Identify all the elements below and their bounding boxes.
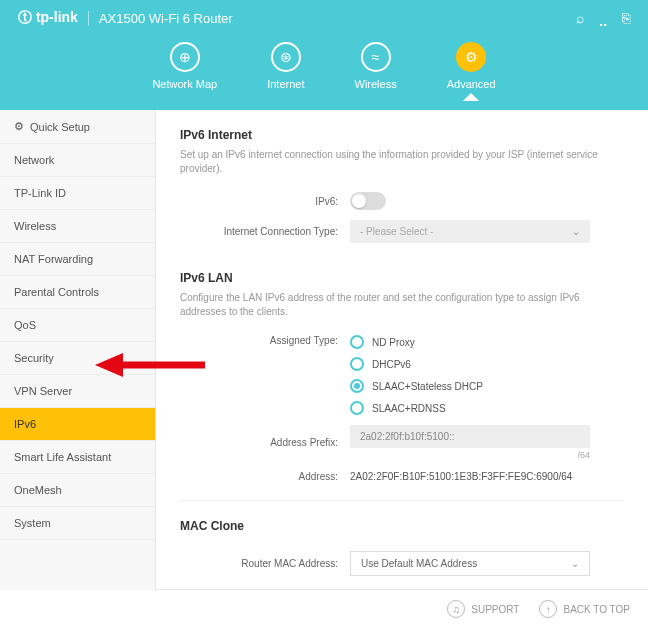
mac-select[interactable]: Use Default MAC Address ⌄ <box>350 551 590 576</box>
chevron-down-icon: ⌄ <box>572 226 580 237</box>
nav-tabs: ⊕ Network Map ⊛ Internet ≈ Wireless ⚙ Ad… <box>0 36 648 90</box>
brand-logo: ⓣ tp-link <box>18 9 78 27</box>
ipv6-toggle-label: IPv6: <box>180 196 350 207</box>
logout-icon[interactable]: ⎘ <box>622 10 630 26</box>
gear-icon: ⚙ <box>456 42 486 72</box>
internet-icon: ⊛ <box>271 42 301 72</box>
sidebar-item-network[interactable]: Network <box>0 144 155 177</box>
prefix-suffix: /64 <box>350 450 590 460</box>
content-panel: IPv6 Internet Set up an IPv6 internet co… <box>156 110 648 590</box>
conn-type-select[interactable]: - Please Select - ⌄ <box>350 220 590 243</box>
address-label: Address: <box>180 471 350 482</box>
sidebar-item-vpn[interactable]: VPN Server <box>0 375 155 408</box>
tab-network-map[interactable]: ⊕ Network Map <box>152 42 217 90</box>
section-title-mac-clone: MAC Clone <box>180 519 624 533</box>
assigned-type-label: Assigned Type: <box>180 335 350 346</box>
wifi-icon: ≈ <box>361 42 391 72</box>
address-value: 2A02:2F0F:B10F:5100:1E3B:F3FF:FE9C:6900/… <box>350 471 572 482</box>
header: ⓣ tp-link AX1500 Wi-Fi 6 Router ⌕ ⣀ ⎘ ⊕ … <box>0 0 648 110</box>
sidebar-item-onemesh[interactable]: OneMesh <box>0 474 155 507</box>
footer: ♫ SUPPORT ↑ BACK TO TOP <box>156 589 648 628</box>
radio-dhcpv6[interactable]: DHCPv6 <box>350 357 624 371</box>
sidebar-item-tplink-id[interactable]: TP-Link ID <box>0 177 155 210</box>
sidebar-item-qos[interactable]: QoS <box>0 309 155 342</box>
back-to-top-button[interactable]: ↑ BACK TO TOP <box>539 600 630 618</box>
tab-internet[interactable]: ⊛ Internet <box>267 42 304 90</box>
sidebar-item-smartlife[interactable]: Smart Life Assistant <box>0 441 155 474</box>
section-title-ipv6-internet: IPv6 Internet <box>180 128 624 142</box>
section-desc: Set up an IPv6 internet connection using… <box>180 148 624 176</box>
product-name: AX1500 Wi-Fi 6 Router <box>88 11 233 26</box>
logo-area: ⓣ tp-link AX1500 Wi-Fi 6 Router <box>18 9 233 27</box>
tab-advanced[interactable]: ⚙ Advanced <box>447 42 496 90</box>
chevron-down-icon: ⌄ <box>571 558 579 569</box>
globe-icon: ⊕ <box>170 42 200 72</box>
sidebar-item-parental[interactable]: Parental Controls <box>0 276 155 309</box>
section-desc-lan: Configure the LAN IPv6 address of the ro… <box>180 291 624 319</box>
mac-label: Router MAC Address: <box>180 558 350 569</box>
sidebar-item-security[interactable]: Security <box>0 342 155 375</box>
arrow-up-icon: ↑ <box>539 600 557 618</box>
sidebar-item-quick-setup[interactable]: ⚙Quick Setup <box>0 110 155 144</box>
radio-nd-proxy[interactable]: ND Proxy <box>350 335 624 349</box>
headset-icon: ♫ <box>447 600 465 618</box>
conn-type-label: Internet Connection Type: <box>180 226 350 237</box>
search-icon[interactable]: ⌕ <box>576 10 584 26</box>
ipv6-toggle[interactable] <box>350 192 386 210</box>
sidebar: ⚙Quick Setup Network TP-Link ID Wireless… <box>0 110 156 590</box>
gear-small-icon: ⚙ <box>14 120 24 133</box>
sidebar-item-system[interactable]: System <box>0 507 155 540</box>
section-title-ipv6-lan: IPv6 LAN <box>180 271 624 285</box>
radio-slaac-rdnss[interactable]: SLAAC+RDNSS <box>350 401 624 415</box>
tab-wireless[interactable]: ≈ Wireless <box>355 42 397 90</box>
prefix-input[interactable] <box>350 425 590 448</box>
support-button[interactable]: ♫ SUPPORT <box>447 600 519 618</box>
download-icon[interactable]: ⣀ <box>598 10 608 26</box>
prefix-label: Address Prefix: <box>180 437 350 448</box>
sidebar-item-nat[interactable]: NAT Forwarding <box>0 243 155 276</box>
radio-slaac-stateless[interactable]: SLAAC+Stateless DHCP <box>350 379 624 393</box>
sidebar-item-wireless[interactable]: Wireless <box>0 210 155 243</box>
sidebar-item-ipv6[interactable]: IPv6 <box>0 408 155 441</box>
